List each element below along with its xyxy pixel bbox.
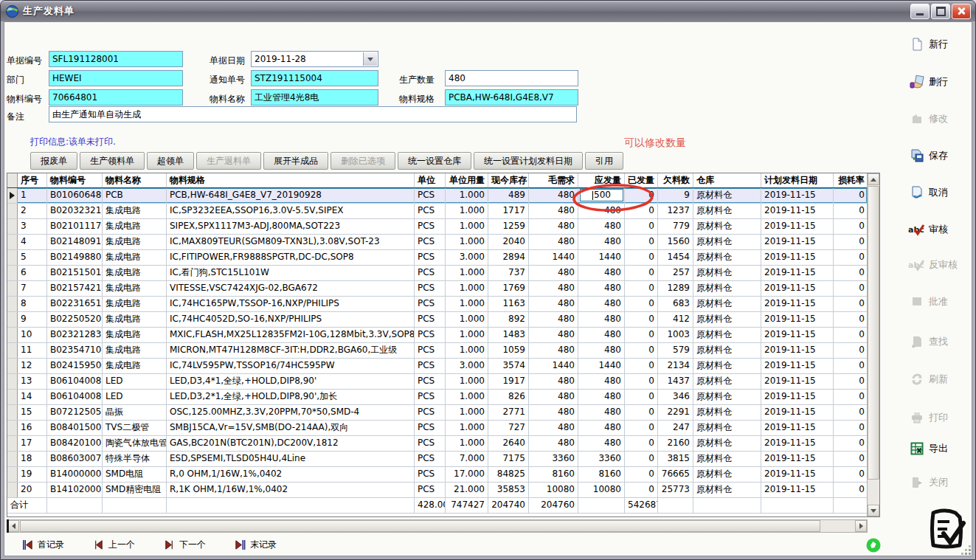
- cell-material-name[interactable]: 集成电路: [103, 343, 167, 358]
- cell-unit-usage[interactable]: 1.000: [446, 188, 488, 203]
- cell-stock[interactable]: 1717: [488, 204, 529, 218]
- cell-unit[interactable]: PCS: [415, 421, 446, 435]
- cell-plan-date[interactable]: 2019-11-15: [761, 312, 834, 327]
- table-row[interactable]: 15B07212505晶振OSC,125.00MHZ,3.3V,20PPM,70…: [7, 405, 867, 421]
- cell-spec[interactable]: IC,74HC165PW,TSSOP-16,NXP/PHILIPS: [167, 297, 415, 311]
- resize-grip[interactable]: [969, 553, 971, 555]
- sidebar-button-反审核[interactable]: abc反审核: [908, 256, 958, 274]
- cell-spec[interactable]: R,1K OHM,1/16W,1%,0402: [167, 483, 415, 497]
- cell-seq[interactable]: 10: [18, 328, 47, 342]
- cell-gross-req[interactable]: 480: [529, 281, 578, 296]
- scroll-up-button[interactable]: [868, 173, 879, 185]
- cell-loss-rate[interactable]: 0: [834, 467, 867, 482]
- cell-stock[interactable]: 2640: [488, 436, 529, 451]
- cell-stock[interactable]: 1483: [488, 328, 529, 342]
- cell-gross-req[interactable]: 480: [529, 405, 578, 420]
- cell-seq[interactable]: 18: [18, 452, 47, 466]
- cell-unit[interactable]: PCS: [415, 390, 446, 404]
- cell-loss-rate[interactable]: 0: [834, 343, 867, 358]
- vertical-scroll-thumb[interactable]: [868, 186, 879, 480]
- nav-previous-record[interactable]: 上一个: [92, 539, 135, 551]
- cell-spec[interactable]: MICRON,MT47H128M8CF-3IT:H,DDR2,BGA60,工业级: [167, 343, 415, 358]
- cell-material-name[interactable]: 集成电路: [103, 359, 167, 373]
- cell-issued[interactable]: 0: [625, 436, 658, 451]
- cell-spec[interactable]: IC,看门狗,STC15L101W: [167, 266, 415, 280]
- cell-plan-date[interactable]: 2019-11-15: [761, 281, 834, 296]
- maximize-button[interactable]: [931, 4, 950, 19]
- cell-should-issue[interactable]: 480: [578, 204, 625, 218]
- cell-unit-usage[interactable]: 3.000: [446, 250, 488, 265]
- cell-should-issue[interactable]: 480: [578, 405, 625, 420]
- sidebar-button-批准[interactable]: 批准: [908, 293, 948, 311]
- cell-material-name[interactable]: 集成电路: [103, 328, 167, 342]
- toolbar-button-展开半成品[interactable]: 展开半成品: [263, 152, 328, 170]
- cell-material-code[interactable]: B02157421: [47, 281, 103, 296]
- cell-plan-date[interactable]: 2019-11-15: [761, 297, 834, 311]
- cell-should-issue[interactable]: 480: [578, 421, 625, 435]
- table-row[interactable]: 12B0241595000集成电路IC,74LV595PW,TSSOP16/74…: [7, 359, 867, 374]
- cell-unit-usage[interactable]: 1.000: [446, 219, 488, 234]
- notice-no-field[interactable]: STZ191115004: [251, 70, 378, 86]
- cell-material-name[interactable]: 集成电路: [103, 219, 167, 234]
- cell-loss-rate[interactable]: 0: [834, 235, 867, 249]
- cell-warehouse[interactable]: 原材料仓: [693, 436, 761, 451]
- minimize-button[interactable]: [910, 4, 930, 19]
- cell-shortage[interactable]: 683: [658, 297, 693, 311]
- sidebar-button-审核[interactable]: abc审核: [908, 221, 948, 238]
- remark-field[interactable]: 由生产通知单自动生成: [49, 106, 577, 122]
- cell-unit[interactable]: PCS: [415, 235, 446, 249]
- cell-loss-rate[interactable]: 0: [834, 405, 867, 420]
- cell-unit-usage[interactable]: 3.000: [446, 359, 488, 373]
- cell-spec[interactable]: IC,FITIPOWER,FR9888SPGTR,DC-DC,SOP8: [167, 250, 415, 265]
- cell-unit-usage[interactable]: 1.000: [446, 266, 488, 280]
- cell-material-name[interactable]: 晶振: [103, 405, 167, 420]
- cell-gross-req[interactable]: 480: [529, 219, 578, 234]
- table-row[interactable]: 8B02231651集成电路IC,74HC165PW,TSSOP-16,NXP/…: [7, 297, 867, 312]
- cell-shortage[interactable]: 579: [658, 343, 693, 358]
- sidebar-button-新行[interactable]: 新行: [908, 35, 948, 53]
- cell-spec[interactable]: IC,74HC4052D,SO-16,NXP/PHILIPS: [167, 312, 415, 327]
- cell-material-code[interactable]: B02354710: [47, 343, 103, 358]
- horizontal-scrollbar[interactable]: [7, 519, 868, 533]
- cell-stock[interactable]: 2771: [488, 405, 529, 420]
- cell-issued[interactable]: 0: [625, 374, 658, 389]
- cell-seq[interactable]: 1: [18, 188, 47, 203]
- scroll-down-button[interactable]: [868, 505, 879, 516]
- cell-unit-usage[interactable]: 1.000: [446, 204, 488, 218]
- cell-issued[interactable]: 0: [625, 281, 658, 296]
- cell-issued[interactable]: 0: [625, 204, 658, 218]
- cell-shortage[interactable]: 3815: [658, 452, 693, 466]
- cell-unit-usage[interactable]: 1.000: [446, 374, 488, 389]
- cell-shortage[interactable]: 1237: [658, 204, 693, 218]
- cell-unit[interactable]: PCS: [415, 483, 446, 497]
- cell-loss-rate[interactable]: 0: [834, 266, 867, 280]
- cell-shortage[interactable]: 779: [658, 219, 693, 234]
- cell-material-code[interactable]: B02321283: [47, 328, 103, 342]
- table-row[interactable]: 19B14000000SMD电阻R,0 OHM,1/16W,1%,0402PCS…: [7, 467, 867, 483]
- cell-should-issue[interactable]: 480: [578, 436, 625, 451]
- cell-gross-req[interactable]: 480: [529, 235, 578, 249]
- cell-seq[interactable]: 9: [18, 312, 47, 327]
- cell-spec[interactable]: VITESSE,VSC7424XJG-02,BGA672: [167, 281, 415, 296]
- cell-issued[interactable]: 0: [625, 343, 658, 358]
- nav-first-record[interactable]: 首记录: [21, 539, 64, 551]
- toolbar-button-统一设置计划发料日期[interactable]: 统一设置计划发料日期: [474, 152, 583, 170]
- prod-qty-field[interactable]: 480: [445, 70, 578, 86]
- sidebar-button-关闭[interactable]: 关闭: [908, 474, 948, 491]
- cell-gross-req[interactable]: 480: [529, 188, 578, 203]
- cell-loss-rate[interactable]: 0: [834, 452, 867, 466]
- table-row[interactable]: 11B02354710集成电路MICRON,MT47H128M8CF-3IT:H…: [7, 343, 867, 359]
- cell-seq[interactable]: 5: [18, 250, 47, 265]
- cell-shortage[interactable]: 2134: [658, 359, 693, 373]
- cell-material-code[interactable]: B02231651: [47, 297, 103, 311]
- cell-unit[interactable]: PCS: [415, 219, 446, 234]
- cell-gross-req[interactable]: 480: [529, 297, 578, 311]
- cell-loss-rate[interactable]: 0: [834, 250, 867, 265]
- cell-issued[interactable]: 0: [625, 297, 658, 311]
- cell-warehouse[interactable]: 原材料仓: [693, 483, 761, 497]
- date-dropdown-button[interactable]: [363, 52, 377, 66]
- cell-loss-rate[interactable]: 0: [834, 219, 867, 234]
- cell-issued[interactable]: 0: [625, 235, 658, 249]
- should-issue-edit-input[interactable]: 500: [580, 189, 623, 201]
- cell-should-issue[interactable]: 3360: [578, 452, 625, 466]
